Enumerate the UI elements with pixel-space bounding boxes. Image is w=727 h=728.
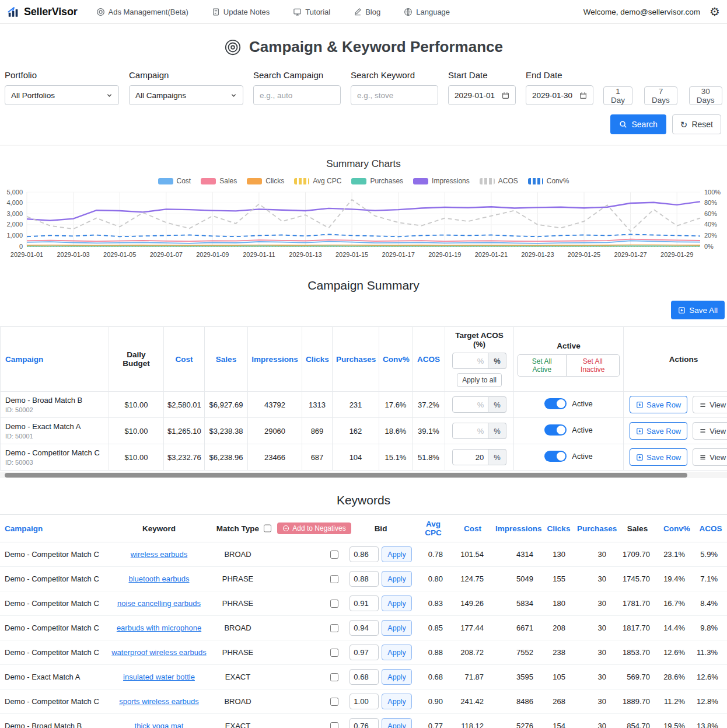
range-1day-button[interactable]: 1 Day [603,86,632,105]
kw-col-campaign[interactable]: Campaign [0,515,108,542]
summary-chart: 01,0002,0003,0004,0005,0000%20%40%60%80%… [0,187,727,261]
kw-col-impressions[interactable]: Impressions [493,515,543,542]
col-campaign[interactable]: Campaign [1,327,109,392]
col-conv[interactable]: Conv% [379,327,413,392]
keyword-link[interactable]: thick yoga mat [135,722,184,728]
negative-keyword-checkbox[interactable] [330,575,338,583]
bid-input[interactable] [349,669,379,685]
kw-col-acos[interactable]: ACOS [694,515,727,542]
portfolio-select[interactable]: All Portfolios [5,85,119,105]
apply-bid-button[interactable]: Apply [382,718,411,728]
start-date-input[interactable]: 2029-01-01 [448,85,516,105]
keyword-link[interactable]: bluetooth earbuds [128,574,189,583]
horizontal-scrollbar-thumb[interactable] [5,473,687,478]
svg-text:100%: 100% [704,189,721,196]
legend-item-cost[interactable]: Cost [158,177,191,185]
horizontal-scrollbar-track[interactable] [0,472,727,478]
search-campaign-input[interactable] [253,85,341,105]
impressions-value: 43792 [248,392,302,418]
col-sales[interactable]: Sales [205,327,248,392]
negative-keyword-checkbox[interactable] [330,551,338,559]
gear-icon[interactable]: ⚙ [709,6,720,18]
target-acos-input[interactable] [452,396,488,413]
reset-button[interactable]: ↻ Reset [672,114,721,134]
nav-language[interactable]: Language [404,8,450,16]
bid-input[interactable] [349,718,379,728]
select-all-keywords-checkbox[interactable] [264,524,271,532]
bid-input[interactable] [349,571,379,587]
legend-item-impressions[interactable]: Impressions [413,177,470,185]
active-toggle[interactable] [544,451,567,462]
bid-input[interactable] [349,694,379,709]
active-toggle[interactable] [544,424,567,436]
active-toggle[interactable] [544,398,567,409]
keyword-link[interactable]: wireless earbuds [131,550,188,559]
legend-item-clicks[interactable]: Clicks [247,177,284,185]
apply-bid-button[interactable]: Apply [382,620,411,636]
impressions-value: 5049 [493,567,543,591]
view-button[interactable]: View [693,448,727,466]
view-button[interactable]: View [693,396,727,413]
legend-item-avg-cpc[interactable]: Avg CPC [294,177,341,185]
view-button[interactable]: View [693,422,727,440]
apply-bid-button[interactable]: Apply [382,645,411,660]
nav-update-notes[interactable]: Update Notes [212,8,270,16]
legend-item-sales[interactable]: Sales [201,177,237,185]
kw-col-avg-cpc[interactable]: Avg CPC [414,515,452,542]
save-row-button[interactable]: Save Row [630,448,687,466]
bid-input[interactable] [349,645,379,660]
nav-tutorial[interactable]: Tutorial [293,8,330,16]
col-acos[interactable]: ACOS [413,327,445,392]
col-impressions[interactable]: Impressions [248,327,302,392]
keyword-link[interactable]: noise cancelling earbuds [117,599,201,608]
apply-to-all-button[interactable]: Apply to all [457,373,502,387]
apply-bid-button[interactable]: Apply [382,546,411,562]
kw-col-sales: Sales [616,515,659,542]
legend-item-acos[interactable]: ACOS [480,177,518,185]
keyword-link[interactable]: insulated water bottle [123,673,195,681]
col-cost[interactable]: Cost [164,327,205,392]
target-acos-all-input[interactable] [452,353,488,369]
bid-input[interactable] [349,620,379,636]
kw-col-cost[interactable]: Cost [452,515,493,542]
col-clicks[interactable]: Clicks [302,327,333,392]
set-all-inactive-button[interactable]: Set All Inactive [567,355,619,376]
save-row-button[interactable]: Save Row [630,396,687,413]
keyword-link[interactable]: waterproof wireless earbuds [111,648,207,657]
negative-keyword-checkbox[interactable] [330,649,338,657]
nav-ads-management[interactable]: Ads Management(Beta) [96,8,188,16]
keyword-link[interactable]: sports wireless earbuds [119,697,199,706]
legend-item-purchases[interactable]: Purchases [351,177,403,185]
bid-input[interactable] [349,546,379,562]
kw-col-conv[interactable]: Conv% [659,515,694,542]
save-row-button[interactable]: Save Row [630,422,687,440]
negative-keyword-checkbox[interactable] [330,722,338,728]
keyword-link[interactable]: earbuds with microphone [117,623,201,632]
target-acos-input[interactable] [452,423,488,439]
nav-blog[interactable]: Blog [354,8,380,16]
negative-keyword-checkbox[interactable] [330,698,338,706]
apply-bid-button[interactable]: Apply [382,571,411,587]
negative-keyword-checkbox[interactable] [330,600,338,608]
brand[interactable]: SellerVisor [7,5,78,18]
add-to-negatives-button[interactable]: Add to Negatives [277,523,351,534]
negative-keyword-checkbox[interactable] [330,624,338,632]
negative-keyword-checkbox[interactable] [330,673,338,681]
target-acos-input[interactable] [452,449,488,465]
apply-bid-button[interactable]: Apply [382,595,411,611]
save-all-button[interactable]: Save All [671,301,725,319]
range-7days-button[interactable]: 7 Days [644,86,677,105]
search-button[interactable]: Search [610,114,666,134]
apply-bid-button[interactable]: Apply [382,694,411,709]
bid-input[interactable] [349,595,379,611]
search-keyword-input[interactable] [351,85,438,105]
kw-col-purchases[interactable]: Purchases [575,515,616,542]
apply-bid-button[interactable]: Apply [382,669,411,685]
kw-col-clicks[interactable]: Clicks [543,515,575,542]
campaign-select[interactable]: All Campaigns [129,85,243,105]
range-30days-button[interactable]: 30 Days [689,86,722,105]
col-purchases[interactable]: Purchases [333,327,379,392]
end-date-input[interactable]: 2029-01-30 [526,85,593,105]
set-all-active-button[interactable]: Set All Active [518,355,567,376]
legend-item-conv-[interactable]: Conv% [528,177,569,185]
